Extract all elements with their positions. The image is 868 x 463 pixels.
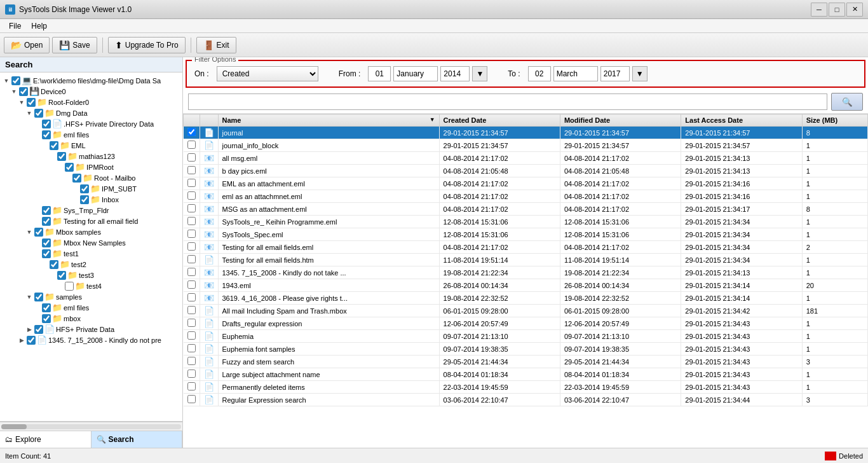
file-name[interactable]: MSG as an attachment.eml (218, 203, 439, 216)
tree-item[interactable]: 📁Mbox New Samples (0, 237, 182, 248)
col-size[interactable]: Size (MB) (802, 114, 867, 127)
table-row[interactable]: 📄journal_info_block29-01-2015 21:34:5729… (184, 139, 868, 152)
tree-checkbox[interactable] (72, 174, 81, 183)
tree-checkbox[interactable] (65, 163, 74, 172)
file-name[interactable]: SysTools_Spec.eml (218, 228, 439, 241)
file-name[interactable]: journal_info_block (218, 139, 439, 152)
filter-on-select[interactable]: Created Modified Last Access (217, 66, 318, 81)
file-name[interactable]: Large subject attachment name (218, 368, 439, 381)
table-row[interactable]: 📧SysTools_re_ Keihin Programme.eml12-08-… (184, 216, 868, 228)
file-name[interactable]: eml as an attachmnet.eml (218, 190, 439, 203)
horizontal-scrollbar[interactable] (0, 422, 182, 431)
tree-expand-icon[interactable]: ▼ (3, 78, 10, 84)
file-name[interactable]: 1345. 7_15_2008 - Kindly do not take ... (218, 266, 439, 279)
file-name[interactable]: Fuzzy and stem search (218, 356, 439, 368)
tree-checkbox[interactable] (42, 130, 51, 139)
tree-item[interactable]: 📄.HFS+ Private Directory Data (0, 118, 182, 129)
file-name[interactable]: 3619. 4_16_2008 - Please give rights t..… (218, 292, 439, 305)
table-row[interactable]: 📄Regular Expression search03-06-2014 22:… (184, 394, 868, 406)
file-table-wrap[interactable]: Name ▼ Created Date Modified Date Last A… (183, 114, 868, 448)
col-accessed[interactable]: Last Access Date (681, 114, 802, 127)
tree-item[interactable]: 📁test4 (0, 280, 182, 291)
tree-checkbox[interactable] (27, 336, 36, 345)
tree-item[interactable]: ▼📁Root-Folder0 (0, 97, 182, 107)
row-checkbox[interactable] (187, 357, 196, 365)
table-row[interactable]: 📧eml as an attachmnet.eml04-08-2014 21:1… (184, 190, 868, 203)
search-button[interactable]: 🔍 (831, 93, 863, 111)
row-checkbox[interactable] (187, 344, 196, 352)
tree-item[interactable]: 📁mathias123 (0, 151, 182, 162)
table-row[interactable]: 📧1345. 7_15_2008 - Kindly do not take ..… (184, 266, 868, 279)
table-row[interactable]: 📄Fuzzy and stem search29-05-2014 21:44:3… (184, 356, 868, 368)
maximize-button[interactable]: □ (829, 3, 845, 17)
table-row[interactable]: 📧EML as an attachment.eml04-08-2014 21:1… (184, 177, 868, 190)
tree-checkbox[interactable] (34, 325, 43, 334)
col-name[interactable]: Name ▼ (218, 114, 439, 127)
from-calendar-button[interactable]: ▼ (472, 66, 487, 81)
table-row[interactable]: 📄All mail Including Spam and Trash.mbox0… (184, 305, 868, 317)
tree-checkbox[interactable] (42, 249, 51, 258)
tree-item[interactable]: 📁Inbox (0, 194, 182, 205)
table-row[interactable]: 📧all msg.eml04-08-2014 21:17:0204-08-201… (184, 152, 868, 165)
row-checkbox[interactable] (187, 166, 196, 174)
file-name[interactable]: EML as an attachment.eml (218, 177, 439, 190)
tree-item[interactable]: ▼💾Device0 (0, 86, 182, 97)
row-checkbox[interactable] (187, 280, 196, 289)
tree-checkbox[interactable] (42, 120, 51, 128)
row-checkbox[interactable] (187, 370, 196, 378)
file-name[interactable]: SysTools_re_ Keihin Programme.eml (218, 216, 439, 228)
tree-item[interactable]: 📁IPM_SUBT (0, 183, 182, 194)
file-name[interactable]: Permanently deleted items (218, 381, 439, 394)
file-name[interactable]: Euphemia (218, 330, 439, 343)
tree-expand-icon[interactable]: ▼ (25, 229, 33, 235)
tree-item[interactable]: 📁IPMRoot (0, 162, 182, 172)
row-checkbox[interactable] (187, 319, 196, 327)
file-name[interactable]: journal (218, 127, 439, 139)
tree-checkbox[interactable] (42, 303, 51, 312)
table-row[interactable]: 📄Euphemia09-07-2014 21:13:1009-07-2014 2… (184, 330, 868, 343)
tree-item[interactable]: 📁mbox (0, 313, 182, 324)
minimize-button[interactable]: ─ (811, 3, 827, 17)
search-tab[interactable]: 🔍 Search (92, 431, 183, 448)
tree-checkbox[interactable] (19, 87, 28, 96)
filter-to-year[interactable] (600, 66, 630, 81)
file-name[interactable]: Testing for all email fields.eml (218, 241, 439, 254)
file-name[interactable]: all msg.eml (218, 152, 439, 165)
row-checkbox[interactable] (187, 230, 196, 238)
tree-item[interactable]: ▼📁samples (0, 291, 182, 302)
to-calendar-button[interactable]: ▼ (632, 66, 648, 81)
close-button[interactable]: ✕ (846, 3, 863, 17)
tree-expand-icon[interactable]: ▼ (10, 88, 18, 95)
table-row[interactable]: 📄journal29-01-2015 21:34:5729-01-2015 21… (184, 127, 868, 139)
table-row[interactable]: 📧Testing for all email fields.eml04-08-2… (184, 241, 868, 254)
filter-from-day[interactable] (368, 66, 391, 81)
table-row[interactable]: 📄Large subject attachment name08-04-2014… (184, 368, 868, 381)
file-name[interactable]: All mail Including Spam and Trash.mbox (218, 305, 439, 317)
tree-checkbox[interactable] (80, 195, 89, 204)
tree-item[interactable]: ▼💻E:\work\demo files\dmg-file\Dmg Data S… (0, 75, 182, 86)
row-checkbox[interactable] (187, 395, 196, 403)
tree-expand-icon[interactable]: ▼ (25, 294, 33, 300)
row-checkbox[interactable] (187, 179, 196, 187)
filter-to-day[interactable] (528, 66, 551, 81)
filter-from-year[interactable] (440, 66, 470, 81)
row-checkbox[interactable] (187, 204, 196, 212)
tree-checkbox[interactable] (27, 98, 36, 107)
row-checkbox[interactable] (187, 242, 196, 251)
search-input[interactable] (188, 93, 827, 110)
tree-checkbox[interactable] (42, 206, 51, 215)
tree-checkbox[interactable] (34, 109, 43, 118)
explore-tab[interactable]: 🗂 Explore (0, 431, 92, 448)
tree-expand-icon[interactable]: ▼ (25, 110, 33, 116)
file-name[interactable]: Drafts_regular expression (218, 317, 439, 330)
save-button[interactable]: 💾 Save (52, 37, 97, 53)
col-check[interactable] (184, 114, 200, 127)
exit-button[interactable]: 🚪 Exit (196, 37, 236, 53)
row-checkbox[interactable] (187, 382, 196, 390)
menu-help[interactable]: Help (26, 20, 52, 32)
table-row[interactable]: 📄Euphemia font samples09-07-2014 19:38:3… (184, 343, 868, 356)
row-checkbox[interactable] (187, 255, 196, 263)
filter-from-month[interactable] (393, 66, 438, 81)
tree-checkbox[interactable] (50, 141, 58, 150)
tree-item[interactable]: 📁eml files (0, 129, 182, 140)
